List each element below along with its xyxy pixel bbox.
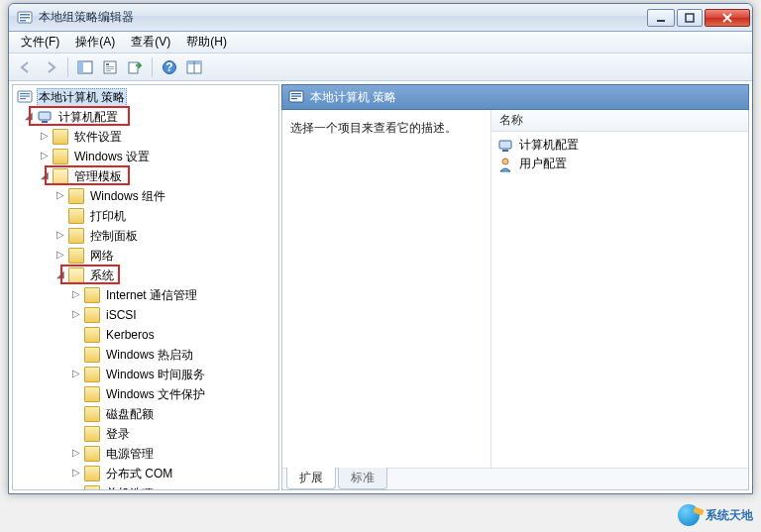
tree-windows-time[interactable]: ▷Windows 时间服务 — [15, 365, 276, 384]
tree-label: 本地计算机 策略 — [37, 88, 127, 107]
expand-icon[interactable] — [70, 329, 82, 341]
tree-network[interactable]: ▷网络 — [15, 246, 276, 266]
tree-label: 关机选项 — [104, 485, 156, 491]
tree-iscsi[interactable]: ▷iSCSI — [15, 305, 276, 325]
properties-button[interactable] — [99, 56, 121, 78]
tree-label: iSCSI — [104, 308, 139, 322]
collapse-icon[interactable]: ◢ — [23, 111, 35, 123]
svg-rect-9 — [106, 63, 109, 65]
policy-icon — [288, 89, 304, 105]
folder-icon — [68, 188, 84, 204]
tree-label: 管理模板 — [72, 168, 124, 185]
tree-windows-hotstart[interactable]: Windows 热启动 — [15, 345, 276, 365]
tree-control-panel[interactable]: ▷控制面板 — [15, 226, 276, 246]
svg-rect-28 — [291, 98, 297, 99]
tree-internet-comm[interactable]: ▷Internet 通信管理 — [15, 285, 276, 305]
expand-icon[interactable]: ▷ — [70, 468, 82, 479]
help-button[interactable]: ? — [159, 56, 180, 78]
minimize-button[interactable] — [647, 9, 675, 27]
list-item-computer-config[interactable]: 计算机配置 — [495, 136, 744, 155]
svg-rect-20 — [20, 93, 30, 94]
details-body: 选择一个项目来查看它的描述。 名称 计算机配置 用户配置 — [281, 110, 749, 490]
show-hide-tree-button[interactable] — [74, 56, 96, 78]
tree-label: 电源管理 — [104, 446, 156, 463]
folder-open-icon — [68, 267, 84, 283]
expand-icon[interactable]: ▷ — [39, 151, 51, 162]
menu-view[interactable]: 查看(V) — [123, 32, 178, 53]
svg-rect-26 — [291, 93, 301, 94]
collapse-icon[interactable]: ◢ — [54, 269, 66, 281]
expand-icon[interactable] — [70, 487, 82, 490]
list-item-user-config[interactable]: 用户配置 — [495, 155, 744, 173]
back-button[interactable] — [15, 56, 37, 78]
tree-logon[interactable]: 登录 — [15, 424, 276, 444]
expand-icon[interactable]: ▷ — [54, 250, 66, 262]
folder-icon — [84, 367, 100, 382]
tree-dcom[interactable]: ▷分布式 COM — [15, 464, 276, 483]
tree-kerberos[interactable]: Kerberos — [15, 325, 276, 345]
watermark-text: 系统天地 — [706, 507, 753, 524]
svg-rect-30 — [502, 150, 508, 152]
tree-windows-settings[interactable]: ▷Windows 设置 — [15, 147, 276, 166]
filter-button[interactable] — [183, 56, 205, 78]
tree-label: Windows 文件保护 — [104, 386, 207, 403]
expand-icon[interactable]: ▷ — [54, 190, 66, 202]
forward-button[interactable] — [40, 56, 61, 78]
gpedit-window: 本地组策略编辑器 文件(F) 操作(A) 查看(V) 帮助(H) ? — [8, 3, 753, 494]
svg-rect-2 — [20, 17, 30, 19]
tree-windows-components[interactable]: ▷Windows 组件 — [15, 186, 276, 206]
expand-icon[interactable] — [54, 210, 66, 222]
close-button[interactable] — [705, 9, 750, 27]
menubar: 文件(F) 操作(A) 查看(V) 帮助(H) — [9, 32, 752, 53]
menu-file[interactable]: 文件(F) — [13, 32, 67, 53]
expand-icon[interactable]: ▷ — [54, 230, 66, 242]
expand-icon[interactable] — [70, 349, 82, 361]
titlebar[interactable]: 本地组策略编辑器 — [9, 4, 752, 32]
tree-admin-templates[interactable]: ◢管理模板 — [15, 166, 276, 186]
expand-icon[interactable]: ▷ — [39, 131, 51, 143]
expand-icon[interactable]: ▷ — [70, 369, 82, 380]
export-button[interactable] — [124, 56, 146, 78]
expand-icon[interactable] — [70, 388, 82, 400]
folder-icon — [84, 386, 100, 402]
tree-label: Internet 通信管理 — [104, 287, 199, 304]
svg-rect-1 — [20, 14, 30, 16]
menu-help[interactable]: 帮助(H) — [178, 32, 235, 53]
tree-shutdown-opts[interactable]: 关机选项 — [15, 483, 276, 490]
user-icon — [497, 157, 513, 172]
tree-root[interactable]: 本地计算机 策略 — [15, 87, 276, 107]
collapse-icon[interactable]: ◢ — [39, 170, 51, 182]
details-tabs: 扩展 标准 — [282, 468, 748, 489]
tree-label: 控制面板 — [88, 228, 140, 245]
menu-action[interactable]: 操作(A) — [67, 32, 123, 53]
folder-icon — [84, 307, 100, 323]
expand-icon[interactable]: ▷ — [70, 289, 82, 301]
tree-printers[interactable]: 打印机 — [15, 206, 276, 226]
toolbar: ? — [9, 53, 752, 81]
tree-label: 打印机 — [88, 208, 128, 225]
item-label: 计算机配置 — [519, 137, 579, 154]
tree-software-settings[interactable]: ▷软件设置 — [15, 127, 276, 147]
tree-computer-config[interactable]: ◢ 计算机配置 — [15, 107, 276, 127]
window-controls — [647, 9, 750, 27]
svg-rect-24 — [42, 121, 48, 123]
tree-power[interactable]: ▷电源管理 — [15, 444, 276, 464]
tree-label: 软件设置 — [72, 129, 124, 146]
column-header-name[interactable]: 名称 — [491, 110, 748, 132]
folder-icon — [84, 347, 100, 363]
folder-icon — [84, 485, 100, 490]
toolbar-separator — [67, 57, 68, 77]
expand-icon[interactable] — [70, 428, 82, 440]
tree-system[interactable]: ◢系统 — [15, 266, 276, 285]
folder-icon — [68, 248, 84, 264]
expand-icon[interactable]: ▷ — [70, 448, 82, 460]
expand-icon[interactable] — [70, 408, 82, 420]
tree-label: Windows 时间服务 — [104, 367, 207, 383]
tab-standard[interactable]: 标准 — [338, 468, 387, 489]
expand-icon[interactable]: ▷ — [70, 309, 82, 321]
tab-extended[interactable]: 扩展 — [286, 468, 336, 489]
tree-disk-quota[interactable]: 磁盘配额 — [15, 404, 276, 424]
maximize-button[interactable] — [677, 9, 703, 27]
tree-pane[interactable]: 本地计算机 策略 ◢ 计算机配置 ▷软件设置 ▷Windows 设置 ◢管理模板… — [12, 84, 279, 490]
tree-windows-fileprotect[interactable]: Windows 文件保护 — [15, 384, 276, 404]
